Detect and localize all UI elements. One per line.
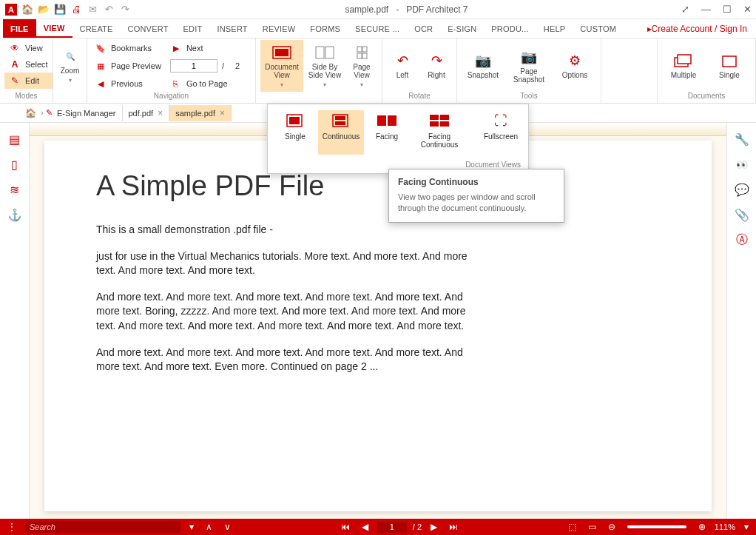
doc-tab-pdf[interactable]: pdf.pdf× [123, 105, 170, 121]
dd-facing-continuous[interactable]: Facing Continuous [410, 110, 469, 155]
zoom-in-icon[interactable]: ⊕ [695, 522, 709, 532]
bookmark-icon: 🔖 [95, 42, 107, 54]
rotate-right-icon: ↷ [426, 53, 447, 69]
fit-page-icon[interactable]: ▭ [585, 522, 599, 532]
search-input[interactable] [25, 521, 180, 533]
facing-continuous-icon [428, 113, 450, 129]
close-icon[interactable]: ✕ [743, 4, 752, 15]
tab-ocr[interactable]: OCR [407, 19, 440, 38]
stamp-icon[interactable]: Ⓐ [733, 231, 751, 249]
attachment-icon[interactable]: 📎 [733, 206, 751, 223]
dd-facing[interactable]: Facing [364, 110, 410, 155]
quick-access-toolbar: A 🏠 📂 💾 🖨 ✉ ↶ ↷ [4, 3, 132, 16]
layers-icon[interactable]: ≋ [6, 181, 24, 198]
save-icon[interactable]: 💾 [53, 3, 67, 16]
close-tab-icon[interactable]: × [220, 108, 225, 118]
page-number-input[interactable] [170, 59, 217, 73]
dd-continuous[interactable]: Continuous [318, 110, 364, 155]
last-page-icon[interactable]: ⏭ [446, 522, 461, 532]
tab-insert[interactable]: INSERT [209, 19, 254, 38]
prev-page-icon[interactable]: ◀ [359, 522, 371, 532]
search-next-icon[interactable]: ∨ [221, 522, 234, 532]
single-doc-button[interactable]: Single [708, 40, 751, 92]
status-menu-icon[interactable]: ⋮ [4, 522, 19, 532]
nav-bookmarks[interactable]: 🔖Bookmarks [92, 40, 164, 56]
options-button[interactable]: ⚙ Options [553, 40, 596, 92]
page-snapshot-button[interactable]: 📷 Page Snapshot [507, 40, 550, 92]
rotate-left-button[interactable]: ↶ Left [387, 40, 418, 92]
tab-esign[interactable]: E-SIGN [440, 19, 484, 38]
binoculars-icon[interactable]: 👀 [733, 155, 751, 173]
nav-page-preview[interactable]: ▦Page Preview [92, 58, 164, 74]
search-dropdown-icon[interactable]: ▾ [186, 522, 197, 532]
tab-produ[interactable]: PRODU... [484, 19, 536, 38]
tab-create[interactable]: CREATE [72, 19, 121, 38]
zoom-slider[interactable] [627, 525, 686, 528]
tab-secure[interactable]: SECURE ... [348, 19, 407, 38]
mail-icon[interactable]: ✉ [86, 3, 99, 16]
tab-review[interactable]: REVIEW [255, 19, 303, 38]
single-folder-icon [719, 53, 740, 69]
maximize-icon[interactable]: ☐ [723, 4, 732, 15]
zoom-dropdown-icon[interactable]: ▾ [741, 522, 752, 532]
mode-select[interactable]: ASelect [4, 56, 53, 73]
tab-prev-icon[interactable]: › [34, 109, 50, 117]
open-icon[interactable]: 📂 [37, 3, 50, 16]
tab-help[interactable]: HELP [536, 19, 573, 38]
first-page-icon[interactable]: ⏮ [338, 522, 353, 532]
mode-view[interactable]: 👁View [4, 40, 53, 56]
nav-goto[interactable]: ⎘Go to Page [167, 75, 243, 92]
doc-tab-esign[interactable]: ✎E-Sign Manager [40, 105, 123, 121]
tab-forms[interactable]: FORMS [303, 19, 348, 38]
mode-edit[interactable]: ✎Edit [4, 73, 53, 89]
minimize-ribbon-icon[interactable]: ⤢ [681, 4, 689, 15]
minimize-icon[interactable]: ― [701, 4, 711, 15]
svg-rect-20 [430, 115, 439, 120]
print-icon[interactable]: 🖨 [70, 3, 83, 16]
dd-fullscreen[interactable]: ⛶ Fullscreen [478, 110, 524, 155]
ribbon: 👁View ASelect ✎Edit Modes 🔍 Zoom ▾ 🔖Book… [0, 38, 756, 104]
comment-icon[interactable]: 💬 [733, 181, 751, 198]
rotate-right-button[interactable]: ↷ Right [421, 40, 452, 92]
redo-icon[interactable]: ↷ [118, 3, 132, 16]
app-logo[interactable]: A [4, 3, 18, 16]
side-by-side-button[interactable]: Side By Side View ▾ [306, 40, 343, 92]
nav-previous[interactable]: ◀Previous [92, 75, 164, 92]
pagesnap-label: Page Snapshot [509, 67, 549, 84]
rotate-left-label: Left [396, 71, 409, 79]
group-zoom: 🔍 Zoom ▾ [53, 38, 87, 103]
dd-single[interactable]: Single [272, 110, 318, 155]
status-page-input[interactable] [377, 522, 407, 533]
chevron-down-icon: ▾ [360, 81, 363, 88]
doc-name: sample.pdf [345, 4, 388, 15]
doc-tab-sample[interactable]: sample.pdf× [169, 105, 232, 121]
dd-continuous-label: Continuous [323, 132, 360, 141]
zoom-button[interactable]: 🔍 Zoom ▾ [58, 40, 82, 92]
thumbnails-icon[interactable]: ▤ [6, 130, 24, 148]
tab-view[interactable]: VIEW [36, 19, 72, 38]
tab-custom[interactable]: CUSTOM [573, 19, 624, 38]
tab-file[interactable]: FILE [3, 19, 36, 38]
multiple-docs-button[interactable]: Multiple [662, 40, 705, 92]
close-tab-icon[interactable]: × [158, 108, 163, 118]
search-prev-icon[interactable]: ∧ [203, 522, 215, 532]
zoom-out-icon[interactable]: ⊖ [605, 522, 618, 532]
next-page-icon[interactable]: ▶ [428, 522, 440, 532]
tab-edit[interactable]: EDIT [176, 19, 210, 38]
bookmarks-panel-icon[interactable]: ▯ [6, 155, 24, 173]
multiple-folder-icon [673, 53, 694, 69]
page-view-button[interactable]: Page View ▾ [346, 40, 377, 92]
snapshot-button[interactable]: 📷 Snapshot [462, 40, 504, 92]
home-icon[interactable]: 🏠 [21, 3, 34, 16]
nav-next[interactable]: ▶Next [167, 40, 243, 56]
tab-convert[interactable]: CONVERT [121, 19, 176, 38]
document-view-button[interactable]: Document View ▾ [260, 40, 303, 92]
esign-tab-label: E-Sign Manager [57, 109, 116, 118]
anchor-icon[interactable]: ⚓ [6, 206, 24, 223]
doc-heading: A Simple PDF File [96, 170, 660, 202]
undo-icon[interactable]: ↶ [102, 3, 115, 16]
wrench-icon[interactable]: 🔧 [733, 130, 751, 148]
pdf-page[interactable]: A Simple PDF File This is a small demons… [44, 141, 712, 511]
fit-width-icon[interactable]: ⬚ [565, 522, 579, 532]
account-link[interactable]: ▸ Create Account / Sign In [638, 19, 756, 38]
